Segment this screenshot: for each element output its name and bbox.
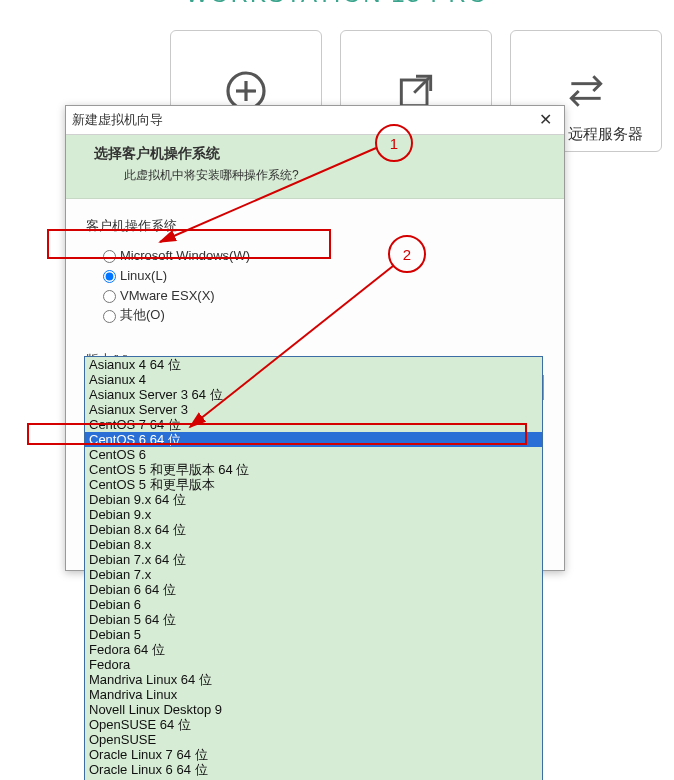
version-option[interactable]: Debian 7.x: [85, 567, 542, 582]
version-option[interactable]: CentOS 5 和更早版本: [85, 477, 542, 492]
titlebar: 新建虚拟机向导 ✕: [66, 106, 564, 135]
version-dropdown[interactable]: Asianux 4 64 位Asianux 4Asianux Server 3 …: [84, 356, 543, 780]
dialog-title: 新建虚拟机向导: [72, 106, 163, 134]
radio-other-label: 其他(O): [120, 306, 165, 324]
version-option[interactable]: Fedora 64 位: [85, 642, 542, 657]
radio-linux[interactable]: Linux(L): [98, 265, 544, 285]
version-option[interactable]: Asianux 4 64 位: [85, 357, 542, 372]
version-option[interactable]: CentOS 6: [85, 447, 542, 462]
version-option[interactable]: Mandriva Linux: [85, 687, 542, 702]
close-icon[interactable]: ✕: [533, 106, 558, 134]
version-option[interactable]: Debian 7.x 64 位: [85, 552, 542, 567]
dialog-header: 选择客户机操作系统 此虚拟机中将安装哪种操作系统?: [66, 135, 564, 199]
version-option[interactable]: OpenSUSE 64 位: [85, 717, 542, 732]
version-option[interactable]: Debian 8.x 64 位: [85, 522, 542, 537]
annotation-box-1: [47, 229, 331, 259]
header-sub: 此虚拟机中将安装哪种操作系统?: [80, 167, 550, 184]
version-option[interactable]: Asianux Server 3: [85, 402, 542, 417]
version-option[interactable]: Novell Linux Desktop 9: [85, 702, 542, 717]
version-option[interactable]: Oracle Linux 7 64 位: [85, 747, 542, 762]
annotation-circle-2: 2: [388, 235, 426, 273]
version-option[interactable]: Debian 9.x 64 位: [85, 492, 542, 507]
radio-esx[interactable]: VMware ESX(X): [98, 285, 544, 305]
radio-esx-label: VMware ESX(X): [120, 288, 215, 303]
version-option[interactable]: Debian 9.x: [85, 507, 542, 522]
annotation-box-2: [27, 423, 527, 445]
version-option[interactable]: OpenSUSE: [85, 732, 542, 747]
version-option[interactable]: Debian 5: [85, 627, 542, 642]
version-option[interactable]: Debian 8.x: [85, 537, 542, 552]
version-option[interactable]: Asianux Server 3 64 位: [85, 387, 542, 402]
version-option[interactable]: Mandriva Linux 64 位: [85, 672, 542, 687]
version-option[interactable]: CentOS 5 和更早版本 64 位: [85, 462, 542, 477]
radio-linux-label: Linux(L): [120, 268, 167, 283]
version-option[interactable]: Debian 5 64 位: [85, 612, 542, 627]
annotation-circle-1: 1: [375, 124, 413, 162]
version-option[interactable]: Fedora: [85, 657, 542, 672]
top-heading: WORKSTATION 15 PRO: [0, 0, 674, 8]
version-option[interactable]: Debian 6 64 位: [85, 582, 542, 597]
version-option[interactable]: Debian 6: [85, 597, 542, 612]
version-option[interactable]: Asianux 4: [85, 372, 542, 387]
remote-server-label: 远程服务器: [568, 125, 643, 144]
header-title: 选择客户机操作系统: [80, 145, 550, 163]
radio-other[interactable]: 其他(O): [98, 305, 544, 325]
version-option[interactable]: Oracle Linux 6 64 位: [85, 762, 542, 777]
